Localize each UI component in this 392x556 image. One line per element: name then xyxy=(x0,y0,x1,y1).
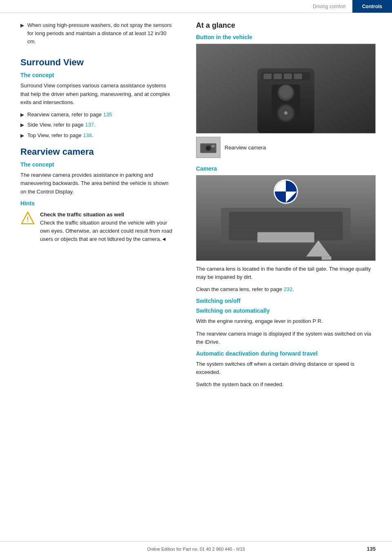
warning-body: Check the traffic situation around the v… xyxy=(40,219,176,243)
surround-view-concept-title: The concept xyxy=(20,72,176,78)
rearview-page-link[interactable]: 135 xyxy=(103,111,112,118)
svg-point-18 xyxy=(207,147,210,150)
surround-view-title: Surround View xyxy=(20,57,176,68)
svg-rect-13 xyxy=(284,73,292,79)
bullet-sideview-text: Side View, refer to page 137. xyxy=(27,121,96,129)
interior-svg xyxy=(196,44,375,133)
camera-photo xyxy=(196,175,376,261)
interior-button-image xyxy=(196,44,376,133)
surround-view-bullets: ▶ Rearview camera, refer to page 135 ▶ S… xyxy=(20,111,176,140)
main-content: ▶ When using high-pressure washers, do n… xyxy=(0,13,392,393)
camera-icon-row: Rearview camera xyxy=(196,137,380,158)
camera-body-2: Clean the camera lens, refer to page 232… xyxy=(196,285,380,294)
right-column: At a glance Button in the vehicle xyxy=(188,21,392,393)
camera-small-icon xyxy=(199,140,217,155)
surround-view-concept-body: Surround View comprises various camera a… xyxy=(20,82,176,106)
bullet-topview: ▶ Top View, refer to page 138. xyxy=(20,131,176,140)
svg-point-9 xyxy=(284,111,287,115)
topview-page-link[interactable]: 138 xyxy=(83,132,92,138)
intro-bullet: ▶ When using high-pressure washers, do n… xyxy=(20,21,176,46)
rearview-camera-label: Rearview camera xyxy=(225,145,266,151)
warning-text: Check the traffic situation as well Chec… xyxy=(40,211,176,244)
bullet-rearview-text: Rearview camera, refer to page 135 xyxy=(27,111,112,119)
rearview-camera-title: Rearview camera xyxy=(20,147,176,157)
warning-icon: ! xyxy=(20,211,35,225)
intro-bullet-text: When using high-pressure washers, do not… xyxy=(27,21,176,46)
bullet-arrow-icon: ▶ xyxy=(20,132,24,139)
warning-triangle-icon: ! xyxy=(21,211,35,225)
warning-box: ! Check the traffic situation as well Ch… xyxy=(20,211,176,244)
svg-rect-26 xyxy=(322,257,332,260)
switching-on-auto-body-1: With the engine running, engage lever in… xyxy=(196,317,380,325)
svg-rect-27 xyxy=(257,232,314,242)
rearview-concept-body: The rearview camera provides assistance … xyxy=(20,171,176,196)
svg-rect-19 xyxy=(212,145,215,147)
switching-on-auto-title: Switching on automatically xyxy=(196,307,380,314)
bullet-arrow-icon: ▶ xyxy=(20,121,24,129)
svg-rect-11 xyxy=(263,73,272,79)
bullet-arrow-icon: ▶ xyxy=(20,111,24,118)
page-header: Driving comfort Controls xyxy=(0,0,392,13)
footer-text: Online Edition for Part no. 01 40 2 960 … xyxy=(147,547,245,552)
warning-title: Check the traffic situation as well xyxy=(40,211,176,219)
page-footer: Online Edition for Part no. 01 40 2 960 … xyxy=(0,541,392,556)
svg-rect-14 xyxy=(294,73,302,79)
camera-section-title: Camera xyxy=(196,165,380,172)
svg-point-6 xyxy=(279,85,292,98)
at-a-glance-title: At a glance xyxy=(196,21,380,30)
svg-text:!: ! xyxy=(27,216,29,223)
header-driving-comfort: Driving comfort xyxy=(306,0,352,13)
header-controls: Controls xyxy=(352,0,392,13)
svg-rect-12 xyxy=(274,73,282,79)
auto-deactivation-title: Automatic deactivation during forward tr… xyxy=(196,350,380,357)
clean-lens-link[interactable]: 232 xyxy=(284,286,293,292)
interior-photo xyxy=(196,44,375,133)
bullet-topview-text: Top View, refer to page 138. xyxy=(27,131,94,140)
rear-photo xyxy=(196,176,375,260)
rear-camera-svg xyxy=(196,175,375,261)
auto-deactivation-body-1: The system switches off when a certain d… xyxy=(196,360,380,376)
bullet-sideview: ▶ Side View, refer to page 137. xyxy=(20,121,176,129)
sideview-page-link[interactable]: 137 xyxy=(85,122,94,128)
switching-on-auto-body-2: The rearview camera image is displayed i… xyxy=(196,330,380,346)
bullet-arrow-icon: ▶ xyxy=(20,22,24,46)
auto-deactivation-body-2: Switch the system back on if needed. xyxy=(196,380,380,389)
switching-title: Switching on/off xyxy=(196,298,380,304)
camera-section: Camera xyxy=(196,165,380,389)
page-number: 135 xyxy=(367,546,376,552)
button-in-vehicle-title: Button in the vehicle xyxy=(196,34,380,40)
rearview-concept-title: The concept xyxy=(20,161,176,168)
left-column: ▶ When using high-pressure washers, do n… xyxy=(0,21,188,393)
hints-title: Hints xyxy=(20,200,176,207)
camera-body-1: The camera lens is located in the handle… xyxy=(196,265,380,281)
bullet-rearview: ▶ Rearview camera, refer to page 135 xyxy=(20,111,176,119)
rearview-camera-icon-img xyxy=(196,137,220,158)
